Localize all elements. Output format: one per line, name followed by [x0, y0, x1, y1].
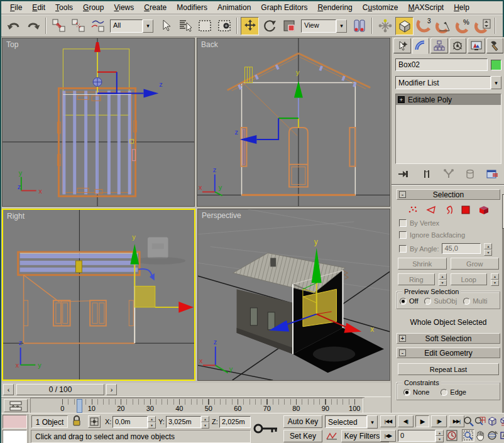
angle-snap-toggle-icon[interactable]: 3 [415, 17, 433, 35]
track-bar-ruler[interactable]: 0102030405060708090100 [30, 398, 363, 413]
stack-item-editable-poly[interactable]: + Editable Poly [396, 94, 501, 105]
dropdown-arrow-icon[interactable]: ▾ [491, 76, 501, 89]
vertex-subobject-icon[interactable] [408, 205, 419, 214]
y-coordinate-field[interactable]: 3,025m [166, 416, 201, 428]
by-angle-field[interactable]: 45,0 [442, 243, 481, 254]
default-in-out-tangents-icon[interactable] [325, 430, 339, 442]
play-button[interactable]: ▶ [415, 415, 429, 427]
select-and-manipulate-icon[interactable] [376, 17, 394, 35]
menu-item[interactable]: Customize [358, 2, 403, 13]
key-mode-toggle[interactable]: |◀▶ [380, 430, 396, 442]
time-configuration-icon[interactable] [446, 430, 457, 443]
menu-item[interactable]: Animation [212, 2, 256, 13]
element-subobject-icon[interactable] [478, 205, 490, 215]
open-mini-curve-editor-button[interactable] [4, 399, 28, 412]
z-coordinate-field[interactable]: 2,025m [219, 416, 251, 428]
tab-display[interactable] [468, 38, 485, 53]
pan-hand-icon[interactable] [474, 429, 486, 442]
selection-filter-dropdown[interactable]: All ▾ [110, 19, 153, 33]
menu-item[interactable]: MAXScript [403, 2, 449, 13]
constraint-none-radio[interactable] [403, 389, 410, 396]
object-name-field[interactable]: Box02 [395, 58, 488, 71]
menu-item[interactable]: Create [139, 2, 172, 13]
repeat-last-button[interactable]: Repeat Last [398, 363, 499, 375]
tab-create[interactable] [393, 38, 411, 53]
maxscript-mini-listener[interactable] [1, 414, 28, 443]
menu-item[interactable]: Help [449, 2, 474, 13]
viewport-top[interactable]: Top [2, 38, 195, 207]
angle-snap-icon[interactable] [434, 17, 452, 35]
shrink-button[interactable]: Shrink [398, 258, 447, 270]
selection-lock-toggle[interactable] [72, 415, 82, 429]
frame-spinner[interactable]: ▴▾ [436, 430, 444, 442]
listener-script-line[interactable] [3, 430, 27, 443]
select-and-link-icon[interactable] [50, 17, 68, 35]
preview-multi-radio[interactable] [463, 298, 470, 305]
stack-expand-icon[interactable]: + [398, 96, 405, 103]
previous-frame-button[interactable]: ◀|| [398, 415, 414, 427]
set-keys-button[interactable] [251, 414, 280, 443]
current-frame-marker[interactable] [77, 399, 82, 413]
constraint-edge-radio[interactable] [441, 389, 447, 396]
dropdown-arrow-icon[interactable]: ▾ [143, 19, 153, 33]
select-and-rotate-icon[interactable] [260, 17, 278, 35]
by-angle-checkbox[interactable] [399, 245, 407, 253]
preview-subobj-radio[interactable] [424, 298, 431, 305]
selection-set-dropdown[interactable]: Selected ▾ [325, 415, 378, 428]
loop-button[interactable]: Loop [451, 273, 488, 285]
menu-item[interactable]: File [5, 2, 27, 13]
viewport-perspective[interactable]: Perspective [197, 209, 390, 381]
selection-rollout-header[interactable]: - Selection [397, 189, 500, 200]
go-to-start-button[interactable]: |◀◀ [380, 415, 396, 427]
preview-off-radio[interactable] [400, 298, 407, 305]
current-frame-field[interactable]: 0 [398, 430, 436, 442]
maximize-viewport-toggle-icon[interactable] [498, 429, 504, 442]
ring-button[interactable]: Ring [398, 273, 435, 285]
menu-item[interactable]: Group [78, 2, 109, 13]
edge-subobject-icon[interactable] [426, 205, 437, 214]
next-frame-button[interactable]: ||▶ [431, 415, 447, 427]
remove-modifier-icon[interactable] [466, 169, 474, 179]
reference-coordinate-dropdown[interactable]: View ▾ [301, 19, 347, 33]
border-subobject-icon[interactable] [444, 205, 454, 214]
redo-icon[interactable] [24, 17, 42, 35]
tab-utilities[interactable] [486, 38, 504, 53]
time-slider-handle[interactable]: 0 / 100 [16, 384, 104, 395]
zoom-region-icon[interactable] [462, 429, 474, 442]
zoom-extents-all-icon[interactable] [498, 415, 504, 427]
undo-icon[interactable] [4, 17, 23, 35]
menu-item[interactable]: Views [109, 2, 139, 13]
select-object-icon[interactable] [156, 17, 175, 35]
tab-hierarchy[interactable] [430, 38, 448, 53]
make-unique-icon[interactable] [443, 169, 454, 179]
tab-modify[interactable] [412, 38, 430, 54]
menu-item[interactable]: Edit [27, 2, 50, 13]
collapse-icon[interactable]: - [399, 191, 406, 198]
bind-to-space-warp-icon[interactable] [89, 17, 107, 35]
menu-item[interactable]: Graph Editors [256, 2, 312, 13]
time-slider-left-arrow[interactable]: ‹ [3, 384, 14, 395]
object-color-swatch[interactable] [491, 60, 501, 70]
unlink-selection-icon[interactable] [69, 17, 87, 35]
pin-stack-icon[interactable] [398, 169, 410, 179]
ignore-backfacing-checkbox[interactable] [399, 231, 407, 239]
expand-icon[interactable]: + [399, 335, 406, 342]
collapse-icon[interactable]: - [399, 349, 406, 356]
modifier-list-dropdown[interactable]: Modifier List ▾ [395, 76, 501, 89]
by-angle-spinner[interactable]: ▴ ▾ [484, 243, 492, 254]
select-and-scale-icon[interactable] [280, 17, 298, 35]
percent-snap-icon[interactable]: % [454, 17, 472, 35]
x-spinner[interactable]: ▴▾ [148, 416, 156, 428]
rectangular-selection-region-icon[interactable] [195, 17, 214, 35]
select-and-move-icon[interactable] [241, 17, 259, 35]
viewport-back[interactable]: Back [197, 38, 390, 207]
dropdown-arrow-icon[interactable]: ▾ [336, 19, 347, 33]
soft-selection-header[interactable]: + Soft Selection [397, 333, 500, 344]
by-vertex-checkbox[interactable] [399, 219, 407, 227]
menu-item[interactable]: Modifiers [172, 2, 212, 13]
zoom-icon[interactable] [462, 415, 474, 427]
zoom-all-icon[interactable] [474, 415, 486, 427]
listener-macro-recorder[interactable] [3, 415, 27, 429]
viewport-right[interactable]: Right [2, 209, 195, 381]
select-by-name-icon[interactable] [176, 17, 194, 35]
